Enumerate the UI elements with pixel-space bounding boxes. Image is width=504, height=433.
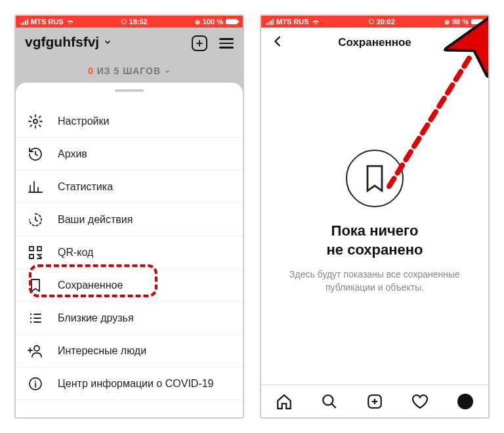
- signal-icon: [21, 19, 28, 25]
- lock-indicator-icon: [369, 19, 374, 24]
- menu-sheet: НастройкиАрхивСтатистикаВаши действияQR-…: [16, 83, 243, 417]
- chevron-left-icon: [270, 34, 285, 49]
- svg-point-6: [30, 321, 32, 322]
- battery-percentage: 98 %: [452, 18, 469, 26]
- menu-item-label: QR-код: [58, 247, 93, 258]
- plus-icon: [465, 34, 479, 49]
- create-icon: [366, 393, 383, 410]
- gear-icon: [28, 113, 43, 129]
- search-icon: [321, 393, 338, 410]
- svg-rect-2: [37, 247, 41, 251]
- tab-bar: [261, 384, 488, 417]
- svg-point-5: [30, 317, 32, 318]
- tab-create[interactable]: [366, 392, 384, 411]
- menu-item-label: Настройки: [58, 115, 109, 127]
- list-icon: [28, 310, 43, 326]
- phone-left: MTS RUS 18:52 ⊕ 100 % vgfguhfsfvj 0 ИЗ: [14, 14, 244, 419]
- menu-item-bookmark[interactable]: Сохраненное: [16, 269, 243, 302]
- menu-item-clock[interactable]: Ваши действия: [16, 203, 243, 236]
- bookmark-circle-icon: [346, 150, 404, 207]
- signal-icon: [266, 19, 274, 25]
- tab-profile[interactable]: [456, 392, 474, 411]
- info-icon: [28, 376, 43, 392]
- sheet-handle[interactable]: [115, 89, 144, 92]
- lock-indicator-icon: [121, 19, 127, 24]
- qr-icon: [28, 245, 43, 260]
- chart-icon: [28, 179, 43, 195]
- add-button[interactable]: [465, 34, 479, 51]
- menu-item-label: Центр информации о COVID-19: [58, 378, 214, 390]
- empty-state: Пока ничего не сохранено Здесь будут пок…: [261, 58, 488, 384]
- back-button[interactable]: [270, 34, 285, 51]
- svg-point-9: [35, 381, 36, 382]
- home-icon: [276, 393, 293, 410]
- heart-icon: [411, 393, 429, 410]
- clock-icon: [28, 212, 43, 228]
- svg-point-0: [33, 119, 37, 123]
- chevron-down-icon: [103, 37, 112, 47]
- bookmark-icon: [28, 278, 43, 293]
- page-title: Сохраненное: [338, 36, 411, 49]
- phone-right: MTS RUS 20:02 ⊕ 98 % Сохраненное Пока ни…: [260, 14, 490, 419]
- tab-home[interactable]: [275, 392, 293, 411]
- plus-icon: [195, 39, 204, 48]
- menu-item-list[interactable]: Близкие друзья: [16, 302, 243, 335]
- svg-point-10: [323, 395, 333, 405]
- menu-item-label: Близкие друзья: [58, 312, 134, 324]
- history-icon: [28, 146, 43, 162]
- wifi-icon: [66, 18, 74, 25]
- chevron-down-icon: [164, 68, 171, 75]
- add-user-icon: [28, 343, 43, 359]
- svg-point-7: [34, 346, 39, 351]
- battery-icon: [471, 19, 483, 24]
- username-label: vgfguhfsfvj: [25, 34, 99, 50]
- menu-button[interactable]: [219, 38, 234, 49]
- profile-header: vgfguhfsfvj 0 ИЗ 5 ШАГОВ: [16, 28, 243, 84]
- status-bar: MTS RUS 20:02 ⊕ 98 %: [261, 16, 488, 28]
- create-button[interactable]: [192, 35, 207, 51]
- empty-subtitle: Здесь будут показаны все сохраненные пуб…: [261, 268, 488, 294]
- profile-avatar-icon: [457, 394, 473, 409]
- menu-item-add-user[interactable]: Интересные люди: [16, 335, 243, 367]
- menu-item-chart[interactable]: Статистика: [16, 171, 243, 203]
- steps-indicator: 0 ИЗ 5 ШАГОВ: [16, 66, 243, 76]
- menu-item-label: Сохраненное: [58, 279, 123, 291]
- menu-item-history[interactable]: Архив: [16, 138, 243, 171]
- menu-item-info[interactable]: Центр информации о COVID-19: [16, 367, 243, 400]
- wifi-icon: [312, 18, 320, 25]
- svg-rect-1: [30, 247, 33, 251]
- tab-search[interactable]: [320, 392, 339, 411]
- menu-item-label: Интересные люди: [58, 345, 146, 357]
- battery-percentage: 100 %: [203, 18, 223, 26]
- empty-title: Пока ничего не сохранено: [327, 222, 423, 259]
- menu-item-qr[interactable]: QR-код: [16, 236, 243, 269]
- tab-activity[interactable]: [411, 392, 429, 411]
- svg-point-4: [30, 313, 32, 314]
- status-bar: MTS RUS 18:52 ⊕ 100 %: [16, 16, 243, 28]
- carrier-label: MTS RUS: [276, 18, 309, 26]
- time: 20:02: [377, 18, 395, 26]
- carrier-label: MTS RUS: [31, 18, 64, 26]
- menu-item-gear[interactable]: Настройки: [16, 105, 243, 138]
- nav-bar: Сохраненное: [261, 28, 488, 58]
- menu-item-label: Архив: [58, 148, 87, 160]
- menu-item-label: Статистика: [58, 181, 113, 193]
- time: 18:52: [129, 18, 148, 26]
- battery-icon: [226, 19, 238, 24]
- menu-item-label: Ваши действия: [58, 214, 133, 226]
- svg-rect-3: [30, 255, 33, 258]
